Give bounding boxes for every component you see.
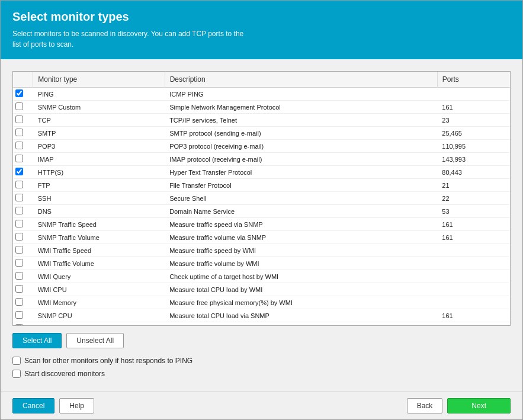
row-checkbox[interactable] — [15, 194, 23, 201]
row-checkbox[interactable] — [15, 233, 23, 241]
row-monitor-type: WMI Traffic Speed — [33, 244, 165, 257]
row-checkbox[interactable] — [15, 207, 23, 214]
row-checkbox[interactable] — [15, 259, 23, 267]
row-ports — [437, 88, 510, 101]
table-row: SMTPSMTP protocol (sending e-mail)25,465 — [13, 127, 510, 140]
start-discovered-label: Start discovered monitors — [24, 370, 105, 378]
monitor-table: Monitor type Description Ports PINGICMP … — [13, 72, 510, 326]
row-checkbox-cell — [13, 218, 33, 231]
table-row: WMI QueryCheck uptime of a target host b… — [13, 270, 510, 283]
row-ports: 80,443 — [437, 166, 510, 179]
window: Select monitor types Select monitors to … — [0, 0, 523, 420]
row-monitor-type: DNS — [33, 205, 165, 218]
table-row: WMI Traffic SpeedMeasure traffic speed b… — [13, 244, 510, 257]
row-ports — [437, 283, 510, 296]
row-monitor-type: SNMP Custom — [33, 101, 165, 114]
col-header-ports: Ports — [437, 72, 510, 88]
row-description: IMAP protocol (receiving e-mail) — [165, 153, 437, 166]
row-checkbox[interactable] — [15, 129, 23, 136]
row-checkbox[interactable] — [15, 311, 23, 319]
row-checkbox-cell — [13, 257, 33, 270]
row-ports: 161 — [437, 309, 510, 322]
row-checkbox-cell — [13, 114, 33, 127]
col-header-monitor: Monitor type — [33, 72, 165, 88]
row-checkbox[interactable] — [15, 285, 23, 293]
scan-ping-option[interactable]: Scan for other monitors only if host res… — [12, 357, 511, 365]
table-row: IMAPIMAP protocol (receiving e-mail)143,… — [13, 153, 510, 166]
table-row: WMI MemoryMeasure free physical memory(%… — [13, 296, 510, 309]
next-button[interactable]: Next — [447, 398, 511, 413]
unselect-all-button[interactable]: Unselect All — [66, 333, 124, 348]
row-checkbox[interactable] — [15, 155, 23, 162]
row-monitor-type: WMI Memory — [33, 296, 165, 309]
row-checkbox-cell — [13, 296, 33, 309]
row-checkbox-cell — [13, 322, 33, 326]
row-ports — [437, 296, 510, 309]
back-button[interactable]: Back — [407, 398, 443, 413]
start-discovered-option[interactable]: Start discovered monitors — [12, 370, 511, 378]
footer-left-buttons: Cancel Help — [12, 398, 94, 413]
table-row: SNMP Traffic SpeedMeasure traffic speed … — [13, 218, 510, 231]
row-checkbox-cell — [13, 244, 33, 257]
row-checkbox-cell — [13, 101, 33, 114]
row-checkbox[interactable] — [15, 220, 23, 227]
row-checkbox[interactable] — [15, 102, 23, 110]
row-checkbox[interactable] — [15, 272, 23, 280]
row-monitor-type: SNMP CPU — [33, 309, 165, 322]
scan-ping-checkbox[interactable] — [12, 357, 21, 365]
footer-right-buttons: Back Next — [407, 398, 511, 413]
row-checkbox-cell — [13, 231, 33, 244]
col-header-check — [13, 72, 33, 88]
start-discovered-checkbox[interactable] — [12, 370, 21, 378]
table-row: WMI Traffic VolumeMeasure traffic volume… — [13, 257, 510, 270]
row-checkbox-cell — [13, 270, 33, 283]
row-ports: 161 — [437, 231, 510, 244]
row-checkbox[interactable] — [15, 89, 23, 97]
row-checkbox-cell — [13, 140, 33, 153]
content-area: Monitor type Description Ports PINGICMP … — [1, 59, 522, 392]
row-checkbox[interactable] — [15, 116, 23, 123]
row-ports: 22 — [437, 192, 510, 205]
row-description: Domain Name Service — [165, 205, 437, 218]
scan-ping-label: Scan for other monitors only if host res… — [24, 357, 192, 365]
row-checkbox[interactable] — [15, 324, 23, 326]
table-row: POP3POP3 protocol (receiving e-mail)110,… — [13, 140, 510, 153]
row-description: Simple Network Management Protocol — [165, 101, 437, 114]
row-description: File Transfer Protocol — [165, 179, 437, 192]
table-row: FTPFile Transfer Protocol21 — [13, 179, 510, 192]
help-button[interactable]: Help — [59, 398, 94, 413]
row-checkbox[interactable] — [15, 181, 23, 188]
row-description: Measure traffic volume via SNMP — [165, 231, 437, 244]
row-ports — [437, 257, 510, 270]
table-row: TCPTCP/IP services, Telnet23 — [13, 114, 510, 127]
row-monitor-type: WMI Traffic Volume — [33, 257, 165, 270]
row-ports — [437, 244, 510, 257]
row-description: Hyper Text Transfer Protocol — [165, 166, 437, 179]
row-description: Measure traffic speed by WMI — [165, 244, 437, 257]
row-monitor-type: PING — [33, 88, 165, 101]
cancel-button[interactable]: Cancel — [12, 398, 54, 413]
row-description: Check uptime of a target host by WMI — [165, 270, 437, 283]
row-description: ICMP PING — [165, 88, 437, 101]
row-checkbox-cell — [13, 166, 33, 179]
row-checkbox[interactable] — [15, 168, 23, 175]
row-monitor-type: IMAP — [33, 153, 165, 166]
row-description: Measure total CPU load via SNMP — [165, 309, 437, 322]
row-description: Secure Shell — [165, 192, 437, 205]
row-checkbox[interactable] — [15, 298, 23, 306]
table-row: PINGICMP PING — [13, 88, 510, 101]
row-monitor-type: POP3 — [33, 140, 165, 153]
row-checkbox[interactable] — [15, 246, 23, 254]
row-monitor-type: SNMP Memory — [33, 322, 165, 326]
page-subtitle: Select monitors to be scanned in discove… — [12, 28, 511, 50]
table-body: PINGICMP PINGSNMP CustomSimple Network M… — [13, 88, 510, 326]
row-checkbox[interactable] — [15, 142, 23, 149]
page-title: Select monitor types — [12, 10, 511, 24]
row-ports: 110,995 — [437, 140, 510, 153]
table-header-row: Monitor type Description Ports — [13, 72, 510, 88]
monitor-table-container: Monitor type Description Ports PINGICMP … — [12, 71, 511, 326]
row-checkbox-cell — [13, 309, 33, 322]
row-monitor-type: SMTP — [33, 127, 165, 140]
row-checkbox-cell — [13, 283, 33, 296]
select-all-button[interactable]: Select All — [12, 333, 62, 348]
